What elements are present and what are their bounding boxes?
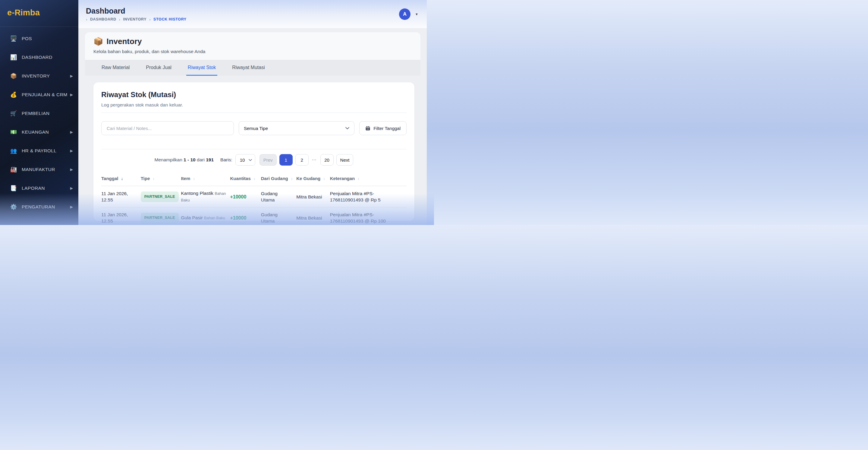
- column-header[interactable]: Tanggal ↓: [101, 176, 141, 186]
- app-logo: e-Rimba: [7, 8, 71, 18]
- pagination-total: 191: [206, 157, 214, 162]
- sidebar-item-icon: 💰: [10, 91, 18, 98]
- column-header[interactable]: Keterangan ↕: [330, 176, 407, 186]
- breadcrumb-label: STOCK HISTORY: [153, 17, 187, 22]
- breadcrumb-label: DASHBOARD: [90, 17, 116, 22]
- breadcrumb: › DASHBOARD › INVENTORY › STOCK HISTORY: [86, 17, 187, 22]
- submenu-arrow-icon: ▶: [70, 130, 73, 134]
- inventory-subtitle: Kelola bahan baku, produk, dan stok ware…: [93, 48, 412, 55]
- sidebar-item-label: LAPORAN: [22, 185, 45, 191]
- column-label: Tipe: [141, 176, 150, 181]
- card-subtitle: Log pergerakan stok masuk dan keluar.: [101, 102, 407, 108]
- rows-per-page-label: Baris:: [220, 157, 232, 162]
- sidebar-item-icon: 🖥️: [10, 35, 18, 42]
- pagination-summary: Menampilkan 1 - 10 dari 191: [155, 157, 214, 162]
- column-label: Item: [181, 176, 190, 181]
- next-page-button[interactable]: Next: [336, 154, 353, 166]
- sidebar-item[interactable]: 🖥️ POS ▶: [0, 29, 79, 48]
- sidebar-item[interactable]: 💵 KEUANGAN ▶: [0, 123, 79, 142]
- page-number-button[interactable]: 2: [296, 154, 309, 166]
- breadcrumb-item[interactable]: › INVENTORY: [119, 17, 147, 22]
- sidebar-item-icon: 📊: [10, 54, 18, 61]
- calendar-icon: [365, 126, 370, 131]
- divider: [101, 113, 407, 113]
- sort-icon: ↕: [153, 177, 154, 181]
- cell-from-warehouse: Gudang Utama: [261, 186, 297, 208]
- sidebar-item[interactable]: 💰 PENJUALAN & CRM ▶: [0, 85, 79, 104]
- column-header[interactable]: Kuantitas ↕: [230, 176, 261, 186]
- search-input[interactable]: [101, 121, 234, 135]
- column-label: Dari Gudang: [261, 176, 288, 181]
- page-number-button[interactable]: ⋯: [311, 154, 318, 166]
- cell-date: 11 Jan 2026, 12.55: [101, 208, 141, 225]
- pagination-range: 1 - 10: [184, 157, 195, 162]
- column-header[interactable]: Ke Gudang ↕: [296, 176, 330, 186]
- breadcrumb-item[interactable]: › STOCK HISTORY: [149, 17, 187, 22]
- cell-quantity: +10000: [230, 208, 261, 225]
- tab-label: Riwayat Mutasi: [232, 65, 265, 70]
- top-header: Dashboard › DASHBOARD › INVENTORY ›: [79, 0, 427, 28]
- prev-page-button[interactable]: Prev: [259, 154, 277, 166]
- tab-label: Produk Jual: [146, 65, 172, 70]
- sort-icon: ↕: [253, 177, 255, 181]
- column-label: Kuantitas: [230, 176, 250, 181]
- sidebar-item-label: POS: [22, 36, 32, 41]
- sidebar: e-Rimba 🖥️ POS ▶ 📊 DASHBOARD ▶ 📦 INVENTO…: [0, 0, 79, 225]
- user-menu-caret-icon[interactable]: ▼: [415, 12, 418, 16]
- sort-icon: ↕: [358, 177, 359, 181]
- sidebar-item[interactable]: 📦 INVENTORY ▶: [0, 67, 79, 85]
- rows-per-page-select[interactable]: 10: [236, 154, 255, 166]
- chevron-down-icon: [345, 127, 349, 129]
- sidebar-item-icon: 💵: [10, 129, 18, 136]
- page-number-button[interactable]: 20: [320, 154, 334, 166]
- breadcrumb-separator: ›: [86, 17, 87, 22]
- submenu-arrow-icon: ▶: [70, 168, 73, 172]
- sidebar-item-label: MANUFAKTUR: [22, 167, 55, 172]
- tab[interactable]: Produk Jual: [144, 60, 173, 76]
- type-badge: PARTNER_SALE: [141, 191, 179, 202]
- sort-icon: ↕: [193, 177, 195, 181]
- sidebar-item[interactable]: 🏭 MANUFAKTUR ▶: [0, 160, 79, 179]
- column-header[interactable]: Item ↕: [181, 176, 230, 186]
- cell-item: Gula Pasir Bahan Baku: [181, 208, 230, 225]
- cell-to-warehouse: Mitra Bekasi: [296, 208, 330, 225]
- avatar[interactable]: A: [399, 8, 410, 20]
- column-header[interactable]: Dari Gudang ↕: [261, 176, 297, 186]
- date-filter-button[interactable]: Filter Tanggal: [359, 121, 407, 135]
- breadcrumb-item[interactable]: › DASHBOARD: [86, 17, 116, 22]
- cell-note: Penjualan Mitra #PS-1768110901493 @ Rp 1…: [330, 208, 407, 225]
- page-buttons: Prev 1 2 ⋯ 20 Next: [259, 154, 353, 166]
- rows-per-page-value: 10: [240, 157, 245, 162]
- card-title: Riwayat Stok (Mutasi): [101, 90, 407, 99]
- page-number-button[interactable]: 1: [279, 154, 293, 166]
- sidebar-item[interactable]: ⚙️ PENGATURAN ▶: [0, 198, 79, 216]
- cell-item: Kantong Plastik Bahan Baku: [181, 186, 230, 208]
- tab[interactable]: Raw Material: [100, 60, 131, 76]
- submenu-arrow-icon: ▶: [70, 205, 73, 209]
- sidebar-item[interactable]: 🛒 PEMBELIAN ▶: [0, 104, 79, 123]
- header-text-block: Dashboard › DASHBOARD › INVENTORY ›: [86, 7, 187, 22]
- cell-from-warehouse: Gudang Utama: [261, 208, 297, 225]
- page-inner: 📦 Inventory Kelola bahan baku, produk, d…: [85, 32, 421, 221]
- filter-row: Semua Tipe Filter Tanggal: [101, 121, 407, 135]
- page-title: Dashboard: [86, 7, 187, 15]
- tab-label: Raw Material: [101, 65, 130, 70]
- sort-icon: ↕: [291, 177, 293, 181]
- sidebar-item[interactable]: 👥 HR & PAYROLL ▶: [0, 142, 79, 160]
- pagination-bar: Menampilkan 1 - 10 dari 191 Baris: 10 Pr…: [101, 154, 407, 166]
- column-header[interactable]: Tipe ↕: [141, 176, 181, 186]
- breadcrumb-separator: ›: [119, 17, 121, 22]
- logo-block: e-Rimba: [0, 0, 79, 27]
- user-area: A ▼: [399, 8, 418, 20]
- tab[interactable]: Riwayat Mutasi: [230, 60, 266, 76]
- sidebar-item[interactable]: 📑 LAPORAN ▶: [0, 179, 79, 198]
- sidebar-item[interactable]: 📊 DASHBOARD ▶: [0, 48, 79, 67]
- cell-note: Penjualan Mitra #PS-1768110901493 @ Rp 5: [330, 186, 407, 208]
- type-select[interactable]: Semua Tipe: [239, 121, 354, 135]
- column-label: Ke Gudang: [296, 176, 320, 181]
- breadcrumb-separator: ›: [149, 17, 151, 22]
- sidebar-item-label: DASHBOARD: [22, 55, 53, 60]
- sidebar-item-icon: ⚙️: [10, 204, 18, 210]
- tab[interactable]: Riwayat Stok: [186, 60, 217, 76]
- inventory-header-card: 📦 Inventory Kelola bahan baku, produk, d…: [85, 32, 421, 60]
